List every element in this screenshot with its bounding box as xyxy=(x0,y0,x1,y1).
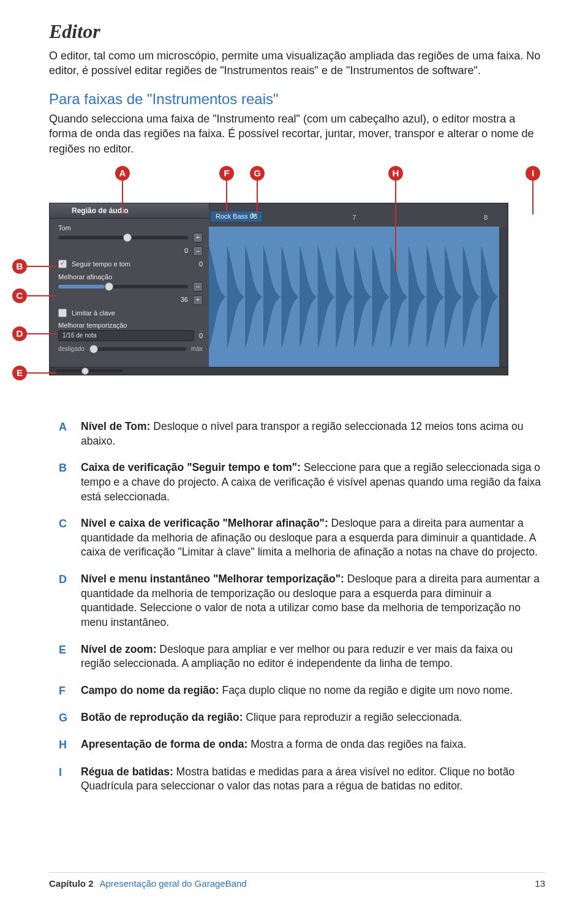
tom-minus[interactable]: – xyxy=(193,246,203,256)
annotated-editor-figure: A F G H I B C D E Região de áudio Tom xyxy=(12,166,508,405)
footer-page-number: 13 xyxy=(535,878,545,890)
editor-bottom-strip xyxy=(50,367,508,375)
tom-value: 0 xyxy=(184,246,188,255)
editor-ui: Região de áudio Tom + 0 – Seguir tempo xyxy=(49,203,508,375)
temp-slider[interactable] xyxy=(89,347,186,351)
subheading-body: Quando selecciona uma faixa de "Instrume… xyxy=(49,111,545,156)
page-footer: Capítulo 2Apresentação geral do GarageBa… xyxy=(49,872,545,890)
waveform-icon xyxy=(209,227,499,367)
melhorar-temp-label: Melhorar temporização xyxy=(58,321,203,330)
subheading: Para faixas de "Instrumentos reais" xyxy=(49,89,545,109)
seguir-label: Seguir tempo e tom xyxy=(72,260,130,269)
melhorar-af-slider[interactable] xyxy=(58,285,188,288)
def-row: HApresentação de forma de onda: Mostra a… xyxy=(59,737,545,752)
melhorar-af-label: Melhorar afinação xyxy=(58,273,203,282)
callout-i: I xyxy=(526,166,540,181)
def-row: ANível de Tom: Desloque o nível para tra… xyxy=(59,420,545,448)
editor-left-panel: Região de áudio Tom + 0 – Seguir tempo xyxy=(50,203,209,375)
callout-d: D xyxy=(12,326,27,341)
temp-popup[interactable]: 1/16 de nota xyxy=(58,330,194,341)
def-row: ENível de zoom: Desloque para ampliar e … xyxy=(59,642,545,671)
seguir-zero: 0 xyxy=(199,260,203,269)
callout-f: F xyxy=(219,166,234,181)
region-play-button[interactable] xyxy=(252,213,257,219)
seguir-checkbox[interactable] xyxy=(58,260,67,268)
zoom-min-label: desligado xyxy=(58,345,85,353)
tom-label: Tom xyxy=(58,224,203,233)
ruler-tick: 8 xyxy=(484,213,488,222)
zoom-slider[interactable] xyxy=(56,369,123,372)
tom-plus[interactable]: + xyxy=(193,233,203,243)
tom-slider[interactable] xyxy=(58,236,188,239)
zoom-max-label: máx xyxy=(191,345,203,353)
panel-header: Região de áudio xyxy=(50,203,209,219)
callout-b: B xyxy=(12,259,27,274)
def-row: GBotão de reprodução da região: Clique p… xyxy=(59,710,545,725)
intro-paragraph: O editor, tal como um microscópio, permi… xyxy=(49,48,545,78)
def-row: IRégua de batidas: Mostra batidas e medi… xyxy=(59,765,545,794)
af-plus[interactable]: + xyxy=(193,295,203,305)
ruler-tick: 7 xyxy=(352,213,356,222)
temp-zero: 0 xyxy=(199,331,203,341)
callout-g: G xyxy=(250,166,265,181)
af-value: 36 xyxy=(181,295,188,304)
callout-a: A xyxy=(115,166,130,181)
af-minus[interactable]: – xyxy=(193,282,203,292)
def-row: DNível e menu instantâneo "Melhorar temp… xyxy=(59,572,545,630)
footer-title: Apresentação geral do GarageBand xyxy=(100,878,247,889)
callout-c: C xyxy=(12,288,27,303)
footer-chapter: Capítulo 2 xyxy=(49,878,94,889)
limitar-checkbox[interactable] xyxy=(58,309,67,317)
definition-list: ANível de Tom: Desloque o nível para tra… xyxy=(59,420,545,794)
def-row: CNível e caixa de verificação "Melhorar … xyxy=(59,516,545,560)
limitar-label: Limitar à clave xyxy=(72,309,115,318)
waveform-display[interactable] xyxy=(209,227,508,367)
def-row: BCaixa de verificação "Seguir tempo e to… xyxy=(59,461,545,504)
def-row: FCampo do nome da região: Faça duplo cli… xyxy=(59,683,545,698)
callout-e: E xyxy=(12,366,27,380)
callout-h: H xyxy=(388,166,403,181)
section-title: Editor xyxy=(49,18,545,45)
